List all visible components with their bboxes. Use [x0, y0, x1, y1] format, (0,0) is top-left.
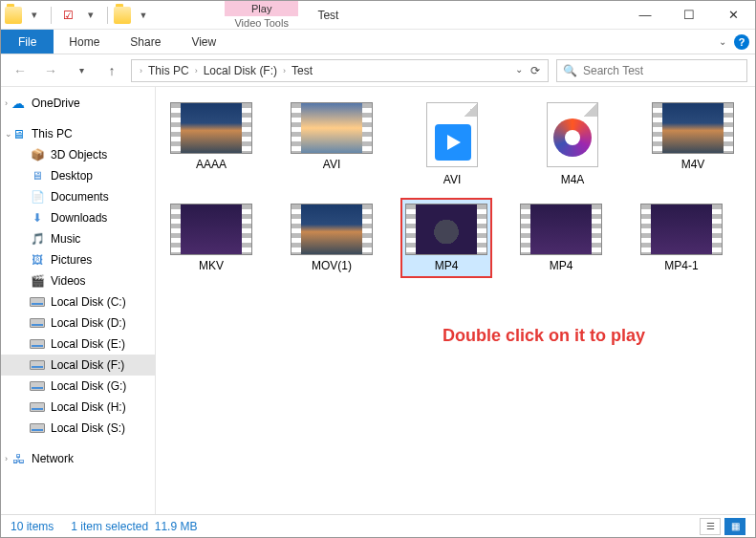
drive-icon — [30, 294, 45, 310]
file-item[interactable]: M4A — [527, 102, 618, 186]
file-label: M4A — [561, 173, 585, 186]
thumbnails-view-button[interactable]: ▦ — [724, 518, 745, 535]
sidebar-item-documents[interactable]: 📄Documents — [1, 186, 155, 207]
sidebar-drive[interactable]: Local Disk (G:) — [1, 376, 155, 397]
drive-icon — [30, 399, 45, 415]
file-label: MP4 — [435, 259, 459, 272]
folder-icon: ⬇ — [30, 210, 45, 226]
tab-view[interactable]: View — [176, 30, 231, 54]
disc-icon — [553, 118, 592, 157]
window-controls: — ☐ ✕ — [623, 1, 755, 29]
minimize-button[interactable]: — — [623, 1, 667, 29]
drive-icon — [30, 357, 45, 373]
drive-icon — [30, 378, 45, 394]
file-item[interactable]: AVI — [286, 102, 378, 186]
search-placeholder: Search Test — [583, 64, 643, 77]
back-button[interactable]: ← — [9, 59, 32, 82]
tab-home[interactable]: Home — [54, 30, 115, 54]
play-icon — [435, 124, 471, 161]
sidebar-onedrive[interactable]: ›☁OneDrive — [1, 93, 155, 114]
address-dropdown-icon[interactable]: ⌄ — [515, 64, 523, 77]
chevron-right-icon[interactable]: › — [193, 66, 200, 75]
file-label: AVI — [323, 158, 340, 171]
file-item[interactable]: MOV(1) — [286, 204, 378, 272]
file-item[interactable]: MP4-1 — [636, 204, 727, 272]
status-item-count: 10 items — [11, 520, 54, 533]
qat-dropdown-2[interactable]: ▾ — [80, 5, 101, 26]
maximize-button[interactable]: ☐ — [667, 1, 711, 29]
contextual-tool-tab[interactable]: Play Video Tools — [225, 1, 298, 29]
file-item[interactable]: M4V — [647, 102, 739, 186]
file-label: MOV(1) — [312, 259, 352, 272]
folder-icon — [5, 7, 22, 24]
address-bar[interactable]: › This PC › Local Disk (F:) › Test ⌄ ⟳ — [131, 59, 549, 82]
folder-icon: 📦 — [30, 147, 45, 162]
file-label: AVI — [443, 173, 461, 186]
drive-icon — [30, 420, 45, 436]
sidebar-network[interactable]: ›🖧Network — [1, 448, 155, 469]
sidebar-item-3d-objects[interactable]: 📦3D Objects — [1, 144, 155, 165]
quick-access-toolbar: ▾ ☑ ▾ ▼ — [1, 1, 158, 29]
status-selected: 1 item selected 11.9 MB — [71, 520, 197, 533]
sidebar-item-downloads[interactable]: ⬇Downloads — [1, 207, 155, 228]
refresh-icon[interactable]: ⟳ — [530, 64, 540, 77]
file-item[interactable]: AVI — [406, 102, 498, 186]
tab-share[interactable]: Share — [115, 30, 176, 54]
drive-icon — [30, 336, 45, 352]
file-label: MP4 — [550, 259, 573, 272]
breadcrumb-folder[interactable]: Test — [290, 64, 314, 77]
sidebar-drive[interactable]: Local Disk (S:) — [1, 418, 155, 439]
sidebar-item-desktop[interactable]: 🖥Desktop — [1, 165, 155, 186]
cloud-icon: ☁ — [11, 96, 26, 111]
file-label: MP4-1 — [664, 259, 698, 272]
up-button[interactable]: ↑ — [100, 59, 123, 82]
close-button[interactable]: ✕ — [711, 1, 755, 29]
folder-icon: 📄 — [30, 189, 45, 204]
new-folder-icon[interactable] — [114, 7, 131, 24]
drive-icon — [30, 315, 45, 331]
collapse-ribbon-icon[interactable]: ⌄ — [719, 36, 726, 47]
sidebar-item-videos[interactable]: 🎬Videos — [1, 270, 155, 291]
help-icon[interactable]: ? — [734, 34, 749, 50]
sidebar-drive[interactable]: Local Disk (E:) — [1, 334, 155, 355]
navigation-bar: ← → ▾ ↑ › This PC › Local Disk (F:) › Te… — [1, 54, 755, 87]
title-bar: ▾ ☑ ▾ ▼ Play Video Tools Test — ☐ ✕ — [1, 1, 755, 30]
sidebar-drive[interactable]: Local Disk (D:) — [1, 312, 155, 334]
forward-button[interactable]: → — [39, 59, 62, 82]
folder-icon: 🎵 — [30, 231, 45, 247]
file-label: AAAA — [196, 158, 227, 171]
sidebar-item-music[interactable]: 🎵Music — [1, 228, 155, 249]
file-label: M4V — [681, 158, 705, 171]
search-icon: 🔍 — [563, 64, 577, 77]
chevron-right-icon[interactable]: › — [138, 66, 144, 75]
ribbon-tabs: File Home Share View ⌄ ? — [1, 30, 755, 54]
annotation-text: Double click on it to play — [443, 326, 645, 346]
file-view[interactable]: AAAAAVIAVIM4AM4VMKVMOV(1)MP4MP4MP4-1 Dou… — [156, 87, 755, 514]
breadcrumb-drive[interactable]: Local Disk (F:) — [202, 64, 279, 77]
breadcrumb-this-pc[interactable]: This PC — [146, 64, 191, 77]
properties-icon[interactable]: ☑ — [57, 5, 78, 26]
sidebar-drive[interactable]: Local Disk (F:) — [1, 355, 155, 376]
folder-icon: 🎬 — [30, 273, 45, 289]
video-tools-label: Video Tools — [234, 16, 288, 30]
file-tab[interactable]: File — [1, 30, 54, 54]
file-item[interactable]: AAAA — [165, 102, 257, 186]
file-item[interactable]: MP4 — [515, 204, 607, 272]
search-input[interactable]: 🔍 Search Test — [556, 59, 747, 82]
file-grid: AAAAAVIAVIM4AM4VMKVMOV(1)MP4MP4MP4-1 — [165, 102, 745, 272]
network-icon: 🖧 — [11, 451, 26, 466]
recent-locations-button[interactable]: ▾ — [70, 59, 93, 82]
sidebar-item-pictures[interactable]: 🖼Pictures — [1, 249, 155, 270]
file-item[interactable]: MP4 — [400, 198, 492, 278]
sidebar-drive[interactable]: Local Disk (C:) — [1, 291, 155, 312]
sidebar-this-pc[interactable]: ⌄🖥This PC — [1, 123, 155, 144]
sidebar-drive[interactable]: Local Disk (H:) — [1, 397, 155, 418]
navigation-pane[interactable]: ›☁OneDrive ⌄🖥This PC 📦3D Objects🖥Desktop… — [1, 87, 156, 514]
qat-dropdown[interactable]: ▾ — [24, 5, 45, 26]
main-split: ›☁OneDrive ⌄🖥This PC 📦3D Objects🖥Desktop… — [1, 87, 755, 514]
file-item[interactable]: MKV — [165, 204, 257, 272]
chevron-right-icon[interactable]: › — [281, 66, 288, 75]
qat-overflow[interactable]: ▼ — [133, 5, 154, 26]
details-view-button[interactable]: ☰ — [700, 518, 721, 535]
pc-icon: 🖥 — [11, 126, 26, 141]
